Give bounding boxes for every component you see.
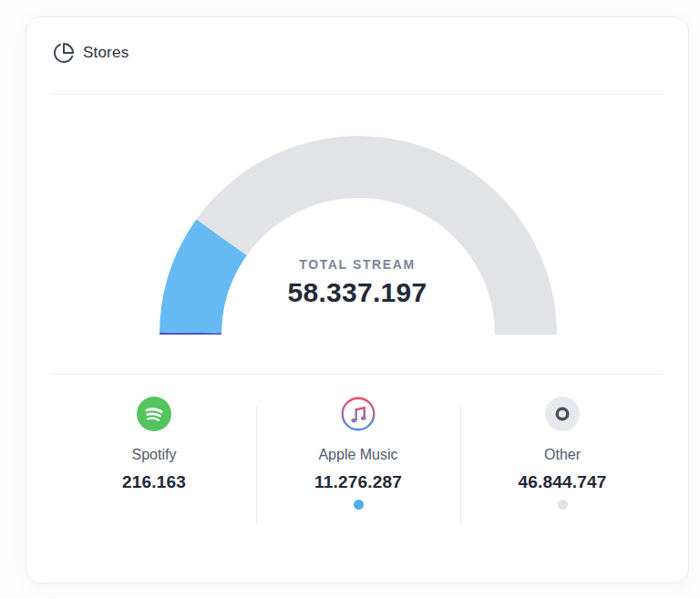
legend-dot-other xyxy=(558,500,568,510)
gauge-segment-other xyxy=(196,136,557,335)
page: Stores TOTAL STREAM 58.337.197 xyxy=(0,0,700,599)
column-divider xyxy=(256,406,257,524)
header-divider xyxy=(52,94,663,95)
apple-music-icon xyxy=(341,397,376,431)
card-title: Stores xyxy=(83,44,129,62)
stat-value: 216.163 xyxy=(122,471,186,493)
gauge-chart xyxy=(158,134,559,336)
stat-value: 46.844.747 xyxy=(518,471,606,493)
column-divider xyxy=(460,406,461,524)
spotify-icon xyxy=(137,397,171,431)
stores-card: Stores TOTAL STREAM 58.337.197 xyxy=(26,16,689,584)
stat-label: Apple Music xyxy=(318,446,397,464)
legend-dot-apple-music xyxy=(354,500,364,510)
card-header: Stores xyxy=(53,42,129,64)
stat-label: Other xyxy=(544,446,581,464)
stat-column-spotify: Spotify 216.163 xyxy=(52,375,256,539)
stat-value: 11.276.287 xyxy=(314,471,402,493)
pie-chart-icon xyxy=(53,42,75,64)
stat-column-apple-music: Apple Music 11.276.287 xyxy=(256,375,460,539)
stat-column-other: Other 46.844.747 xyxy=(460,375,664,539)
stats-row: Spotify 216.163 xyxy=(52,375,664,539)
other-icon xyxy=(545,397,580,431)
stat-label: Spotify xyxy=(132,446,177,464)
